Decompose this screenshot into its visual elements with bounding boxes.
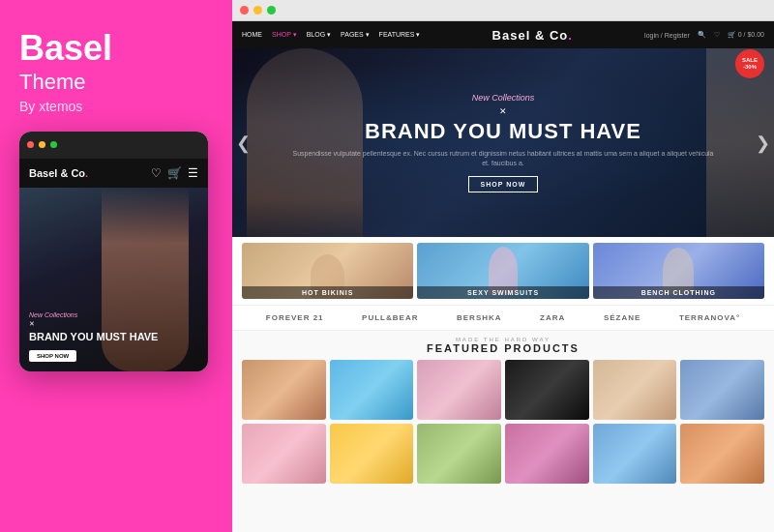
menu-icon: ☰ [188, 166, 198, 180]
mobile-logo: Basel & Co. [29, 167, 88, 179]
product-item-4[interactable] [505, 360, 589, 420]
mobile-dot-red [27, 141, 34, 148]
mobile-nav-icons: ♡ 🛒 ☰ [151, 166, 198, 180]
category-label-1: HOT BIKINIS [242, 286, 413, 299]
mobile-titlebar [19, 132, 208, 159]
cart-icon: 🛒 [167, 166, 182, 180]
heart-icon: ♡ [151, 166, 162, 180]
nav-blog[interactable]: BLOG ▾ [307, 31, 331, 39]
products-grid-row1 [242, 360, 764, 420]
product-item-12[interactable] [680, 424, 764, 484]
cart-link[interactable]: 🛒 0 / $0.00 [728, 31, 764, 39]
brand-title: Basel [19, 29, 213, 68]
brand-terranova: terranova° [679, 313, 740, 322]
hero-next-button[interactable]: ❯ [756, 133, 770, 154]
site-nav-right: login / Register 🔍 ♡ 🛒 0 / $0.00 [644, 31, 764, 39]
brand-by: By xtemos [19, 99, 213, 114]
brand-subtitle: Theme [19, 70, 213, 95]
featured-title: FEATURED PRODUCTS [242, 342, 764, 354]
product-item-11[interactable] [593, 424, 677, 484]
product-item-5[interactable] [593, 360, 677, 420]
sale-badge: SALE-30% [735, 49, 764, 78]
mobile-hero-title: BRAND YOU MUST HAVE [29, 331, 158, 343]
category-row: HOT BIKINIS SEXY SWIMSUITS BENCH CLOTHIN… [232, 237, 774, 305]
mobile-dot-yellow [39, 141, 45, 148]
brand-sezane: SÉZANE [604, 313, 640, 322]
product-item-3[interactable] [417, 360, 501, 420]
product-item-9[interactable] [417, 424, 501, 484]
search-icon[interactable]: 🔍 [698, 31, 706, 39]
nav-home[interactable]: HOME [242, 31, 262, 39]
brand-row: FOREVER 21 PULL&BEAR Bershka ZARA SÉZANE… [232, 305, 774, 331]
desktop-dot-green [267, 6, 276, 15]
product-item-6[interactable] [680, 360, 764, 420]
mobile-new-collections: New Collections [29, 311, 158, 318]
brand-forever21: FOREVER 21 [266, 313, 324, 322]
site-hero: ❮ New Collections ✕ BRAND YOU MUST HAVE … [232, 48, 774, 237]
wishlist-icon[interactable]: ♡ [714, 31, 720, 39]
mobile-logo-dot: . [85, 167, 88, 179]
hero-shop-now-button[interactable]: SHOP NOW [468, 176, 539, 192]
hero-prev-button[interactable]: ❮ [236, 133, 251, 154]
site-logo-dot: . [568, 28, 573, 43]
hero-content: New Collections ✕ BRAND YOU MUST HAVE Su… [232, 93, 774, 193]
mobile-mockup: Basel & Co. ♡ 🛒 ☰ New Collections ✕ BRAN… [19, 132, 208, 371]
category-label-2: SEXY SWIMSUITS [417, 286, 588, 299]
category-hot-bikinis[interactable]: HOT BIKINIS [242, 243, 413, 299]
products-grid-row2 [242, 424, 764, 484]
login-link[interactable]: login / Register [644, 32, 690, 39]
left-panel: Basel Theme By xtemos Basel & Co. ♡ 🛒 ☰ … [0, 0, 232, 532]
brand-bershka: Bershka [457, 313, 502, 322]
nav-pages[interactable]: PAGES ▾ [341, 31, 370, 39]
product-item-1[interactable] [242, 360, 326, 420]
hero-title: BRAND YOU MUST HAVE [290, 120, 716, 143]
mobile-hero: New Collections ✕ BRAND YOU MUST HAVE SH… [19, 188, 208, 371]
desktop-titlebar [232, 0, 774, 21]
hero-subtitle: Suspendisse vulputate pellentesque ex. N… [290, 149, 716, 168]
featured-section: MADE THE HARD WAY FEATURED PRODUCTS [232, 331, 774, 532]
desktop-window: HOME SHOP ▾ BLOG ▾ PAGES ▾ FEATURES ▾ Ba… [232, 0, 774, 532]
nav-shop[interactable]: SHOP ▾ [272, 31, 297, 39]
nav-features[interactable]: FEATURES ▾ [379, 31, 421, 39]
hero-new-collections: New Collections [290, 93, 716, 103]
brand-zara: ZARA [540, 313, 565, 322]
site-nav-links: HOME SHOP ▾ BLOG ▾ PAGES ▾ FEATURES ▾ [242, 31, 420, 39]
mobile-shop-now-button[interactable]: SHOP NOW [29, 350, 76, 362]
product-item-7[interactable] [242, 424, 326, 484]
featured-header: MADE THE HARD WAY FEATURED PRODUCTS [242, 337, 764, 354]
mobile-nav: Basel & Co. ♡ 🛒 ☰ [19, 159, 208, 188]
hero-cross: ✕ [290, 106, 716, 116]
product-item-10[interactable] [505, 424, 589, 484]
category-sexy-swimsuits[interactable]: SEXY SWIMSUITS [417, 243, 588, 299]
site-nav: HOME SHOP ▾ BLOG ▾ PAGES ▾ FEATURES ▾ Ba… [232, 21, 774, 48]
desktop-dot-yellow [253, 6, 262, 15]
mobile-hero-content: New Collections ✕ BRAND YOU MUST HAVE SH… [19, 302, 167, 370]
product-item-2[interactable] [330, 360, 414, 420]
product-item-8[interactable] [330, 424, 414, 484]
category-bench-clothing[interactable]: BENCH CLOTHING [593, 243, 764, 299]
right-panel: HOME SHOP ▾ BLOG ▾ PAGES ▾ FEATURES ▾ Ba… [232, 0, 774, 532]
category-label-3: BENCH CLOTHING [593, 286, 764, 299]
site-logo: Basel & Co. [492, 28, 573, 43]
brand-pullbear: PULL&BEAR [362, 313, 418, 322]
desktop-dot-red [240, 6, 249, 15]
mobile-dot-green [50, 141, 57, 148]
